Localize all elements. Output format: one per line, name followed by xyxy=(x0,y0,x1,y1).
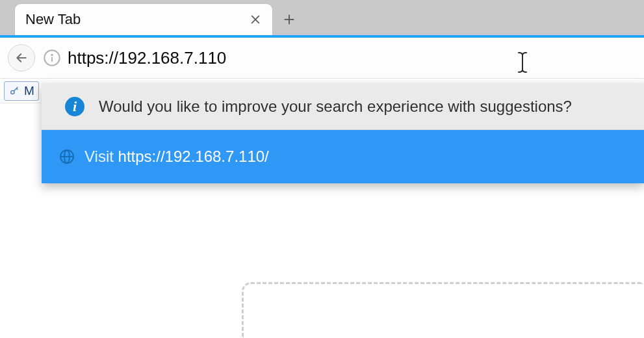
bookmark-item[interactable]: M xyxy=(4,81,39,101)
svg-line-10 xyxy=(16,88,18,90)
url-input[interactable] xyxy=(68,39,644,77)
suggestions-prompt-text: Would you like to improve your search ex… xyxy=(99,98,572,116)
svg-point-8 xyxy=(11,90,14,94)
browser-tab[interactable]: New Tab xyxy=(14,3,273,35)
close-icon[interactable] xyxy=(249,13,262,26)
suggestion-visit-item[interactable]: Visit https://192.168.7.110/ xyxy=(42,130,644,183)
site-identity-icon[interactable] xyxy=(40,46,64,70)
new-tab-button[interactable] xyxy=(273,3,305,35)
globe-icon xyxy=(58,148,75,165)
svg-point-6 xyxy=(51,55,52,55)
navigation-toolbar xyxy=(0,35,644,79)
key-icon xyxy=(8,85,20,97)
url-suggestions-dropdown: i Would you like to improve your search … xyxy=(42,83,644,183)
tab-title: New Tab xyxy=(25,11,249,28)
content-drop-placeholder xyxy=(242,282,643,338)
back-button[interactable] xyxy=(8,44,35,72)
suggestion-visit-prefix: Visit xyxy=(84,148,118,165)
tab-strip: New Tab xyxy=(0,0,644,35)
bookmark-label: M xyxy=(24,84,34,98)
suggestions-prompt-row[interactable]: i Would you like to improve your search … xyxy=(42,83,644,130)
suggestion-visit-text: Visit https://192.168.7.110/ xyxy=(84,148,269,166)
info-icon: i xyxy=(65,97,84,116)
suggestion-visit-url: https://192.168.7.110/ xyxy=(118,148,269,165)
